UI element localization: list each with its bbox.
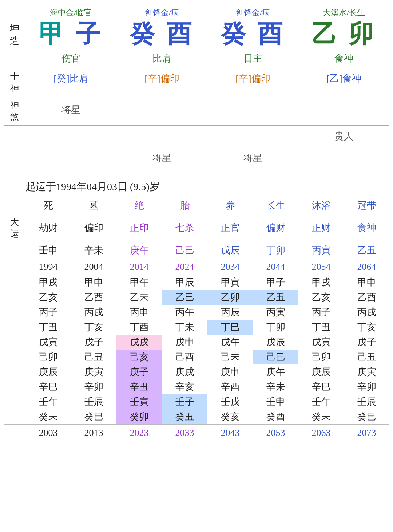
dayun-gz-4: 戊辰 — [207, 242, 253, 259]
yr-6-5: 庚午 — [253, 364, 298, 379]
shensha-label: 神煞 — [4, 98, 25, 122]
year-grid: 甲戌 甲申 甲午 甲辰 甲寅 甲子 甲戌 甲申 乙亥 乙酉 乙未 乙巳 乙卯 乙… — [4, 275, 389, 440]
dayun-year-5: 2044 — [253, 259, 298, 275]
year-row-label-5 — [4, 350, 25, 364]
shensha-3-4 — [298, 150, 389, 166]
shensha-3-1 — [25, 150, 116, 166]
yr-9-2: 癸卯 — [116, 409, 162, 424]
shensha-1-1: 将星 — [25, 98, 116, 122]
yr-8-7: 壬辰 — [344, 394, 389, 409]
dayun-shishen-5: 偏财 — [253, 214, 298, 242]
yr-1-6: 乙亥 — [298, 290, 344, 305]
dayun-header-0: 死 — [25, 197, 71, 214]
yr-1-4: 乙卯 — [207, 290, 253, 305]
pillar-4: 大溪水/长生 乙 卯 — [298, 7, 389, 48]
yr-1-5: 乙丑 — [253, 290, 298, 305]
yr-1-7: 乙酉 — [344, 290, 389, 305]
pillar-1: 海中金/临官 甲 子 — [25, 7, 116, 48]
dayun-header-4: 养 — [207, 197, 253, 214]
yr-6-4: 庚申 — [207, 364, 253, 379]
shensha-1-4 — [298, 98, 389, 122]
pillar-2-nayin: 剑锋金/病 — [145, 7, 179, 18]
pillar-3-zhi: 酉 — [258, 20, 285, 48]
dayun-gz-6: 丙寅 — [298, 242, 344, 259]
yr-8-2: 壬寅 — [116, 394, 162, 409]
dayun-gz-0: 壬申 — [25, 242, 71, 259]
shishen-1: 伤官 — [25, 50, 116, 67]
yr-9-4: 癸亥 — [207, 409, 253, 424]
yr-0-0: 甲戌 — [25, 275, 71, 290]
yr-5-7: 己丑 — [344, 350, 389, 364]
dayun-shishen-6: 正财 — [298, 214, 344, 242]
yr-6-6: 庚辰 — [298, 364, 344, 379]
dayun-start-text: 起运于1994年04月03日 (9.5)岁 — [0, 174, 393, 197]
top-section: 坤造 海中金/临官 甲 子 剑锋金/病 癸 酉 剑锋金/病 癸 酉 大溪水/长生 — [0, 0, 393, 170]
pillar-1-ganzhi: 甲 子 — [39, 20, 103, 48]
yr-4-2: 戊戌 — [116, 335, 162, 350]
dayun-shishen-4: 正官 — [207, 214, 253, 242]
shensha-2-2 — [116, 129, 207, 144]
pillar-4-gan: 乙 — [312, 20, 340, 48]
ten-god-3: [辛]偏印 — [207, 71, 298, 94]
pillar-1-gan: 甲 — [39, 20, 67, 48]
yr-9-3: 癸丑 — [162, 409, 207, 424]
dayun-shishen-0: 劫财 — [25, 214, 71, 242]
shensha-row-3: 将星 将星 — [4, 150, 389, 166]
yr-2-7: 丙戌 — [344, 305, 389, 320]
shensha-wrapper: 神煞 将星 贵人 将星 将星 — [4, 98, 389, 166]
yr-1-0: 乙亥 — [25, 290, 71, 305]
bottom-year-0: 2003 — [25, 424, 71, 440]
shensha-row-2: 贵人 — [4, 129, 389, 144]
yr-1-1: 乙酉 — [71, 290, 116, 305]
dayun-year-1: 2004 — [71, 259, 116, 275]
yr-7-1: 辛卯 — [71, 379, 116, 394]
shishen-4: 食神 — [298, 50, 389, 67]
yr-4-3: 戊申 — [162, 335, 207, 350]
yr-5-0: 己卯 — [25, 350, 71, 364]
yr-0-4: 甲寅 — [207, 275, 253, 290]
pillar-4-zhi: 卯 — [349, 20, 376, 48]
yr-3-3: 丁未 — [162, 320, 207, 335]
dayun-header-5: 长生 — [253, 197, 298, 214]
yr-5-6: 己卯 — [298, 350, 344, 364]
yr-4-5: 戊辰 — [253, 335, 298, 350]
main-divider — [4, 170, 389, 170]
dayun-header-1: 墓 — [71, 197, 116, 214]
yr-0-6: 甲戌 — [298, 275, 344, 290]
yr-7-2: 辛丑 — [116, 379, 162, 394]
yr-9-6: 癸未 — [298, 409, 344, 424]
bottom-year-6: 2063 — [298, 424, 344, 440]
shensha-3-3: 将星 — [207, 150, 298, 166]
dayun-header-7: 冠带 — [344, 197, 389, 214]
dayun-grid: 死 墓 绝 胎 养 长生 沐浴 冠带 大运 劫财 偏印 正印 七杀 正官 偏财 … — [4, 197, 389, 275]
year-row-label-0 — [4, 275, 25, 290]
ten-god-4: [乙]食神 — [298, 71, 389, 94]
dayun-gz-7: 乙丑 — [344, 242, 389, 259]
divider-2 — [4, 147, 389, 147]
pillar-3-gan: 癸 — [221, 20, 249, 48]
bottom-year-3: 2033 — [162, 424, 207, 440]
divider-1 — [4, 125, 389, 126]
yr-5-5: 己巳 — [253, 350, 298, 364]
yr-7-3: 辛亥 — [162, 379, 207, 394]
yr-6-0: 庚辰 — [25, 364, 71, 379]
yr-8-4: 壬戌 — [207, 394, 253, 409]
bottom-year-4: 2043 — [207, 424, 253, 440]
pillar-2: 剑锋金/病 癸 酉 — [116, 7, 207, 48]
year-row-label-7 — [4, 379, 25, 394]
year-row-label-3 — [4, 320, 25, 335]
yr-5-2: 己亥 — [116, 350, 162, 364]
year-row-label-1 — [4, 290, 25, 305]
pillar-1-zhi: 子 — [76, 20, 103, 48]
yr-6-1: 庚寅 — [71, 364, 116, 379]
yr-2-2: 丙申 — [116, 305, 162, 320]
yr-8-0: 壬午 — [25, 394, 71, 409]
bottom-year-2: 2023 — [116, 424, 162, 440]
yr-3-4: 丁巳 — [207, 320, 253, 335]
yr-2-5: 丙寅 — [253, 305, 298, 320]
bottom-year-1: 2013 — [71, 424, 116, 440]
yr-8-6: 壬午 — [298, 394, 344, 409]
yr-3-0: 丁丑 — [25, 320, 71, 335]
yr-8-5: 壬申 — [253, 394, 298, 409]
yr-3-5: 丁卯 — [253, 320, 298, 335]
